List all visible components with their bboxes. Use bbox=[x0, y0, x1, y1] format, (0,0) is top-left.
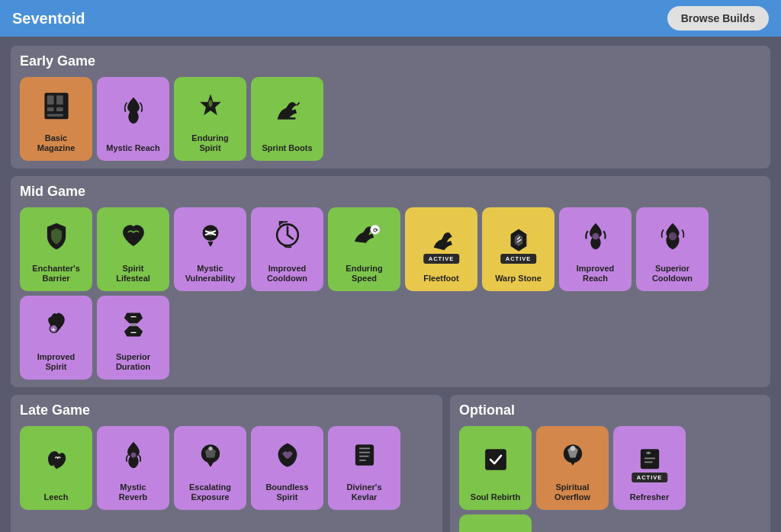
item-mystic-reverb[interactable]: MysticReverb bbox=[97, 426, 169, 510]
item-label-enduring-spirit: EnduringSpirit bbox=[188, 133, 231, 153]
warp-stone-active-badge: ACTIVE bbox=[500, 254, 537, 264]
item-diviners-kevlar[interactable]: Diviner'sKevlar bbox=[328, 426, 400, 510]
bottom-sections: Late Game Leech bbox=[11, 395, 770, 532]
svg-rect-25 bbox=[485, 450, 506, 471]
item-escalating-exposure[interactable]: EscalatingExposure bbox=[174, 426, 246, 510]
item-unstoppable[interactable]: ACTIVE Unstoppable bbox=[459, 514, 532, 532]
item-icon-enduring-spirit bbox=[175, 79, 245, 133]
svg-point-14 bbox=[592, 232, 599, 239]
browse-builds-button[interactable]: Browse Builds bbox=[667, 6, 769, 30]
item-icon-sprint-boots bbox=[252, 79, 322, 143]
mid-game-row1: Enchanter'sBarrier SpiritLifesteal bbox=[20, 207, 761, 291]
svg-point-15 bbox=[668, 232, 676, 240]
svg-rect-4 bbox=[56, 107, 63, 111]
late-game-section: Late Game Leech bbox=[11, 395, 442, 532]
item-icon-basic-magazine bbox=[21, 79, 91, 133]
item-superior-duration[interactable]: Superior Duration bbox=[97, 296, 169, 380]
svg-rect-5 bbox=[47, 114, 63, 116]
item-fleetfoot[interactable]: ACTIVE Fleetfoot bbox=[405, 207, 477, 291]
early-game-title: Early Game bbox=[20, 53, 761, 69]
mid-game-title: Mid Game bbox=[20, 184, 761, 200]
early-game-section: Early Game BasicMagazine bbox=[11, 46, 770, 168]
item-label-mystic-reach: Mystic Reach bbox=[103, 143, 162, 153]
item-basic-magazine[interactable]: BasicMagazine bbox=[20, 77, 92, 161]
svg-rect-24 bbox=[355, 444, 373, 466]
svg-rect-2 bbox=[56, 95, 63, 104]
item-sprint-boots[interactable]: Sprint Boots bbox=[251, 77, 323, 161]
late-game-items: Leech MysticReverb bbox=[20, 426, 433, 510]
item-mystic-reach[interactable]: Mystic Reach bbox=[97, 77, 169, 161]
item-enduring-spirit[interactable]: EnduringSpirit bbox=[174, 77, 246, 161]
svg-point-23 bbox=[208, 447, 212, 450]
item-label-sprint-boots: Sprint Boots bbox=[259, 143, 316, 153]
mid-game-row2: + ImprovedSpirit Superior Duration bbox=[20, 296, 761, 380]
item-label-basic-magazine: BasicMagazine bbox=[34, 133, 79, 153]
item-improved-spirit[interactable]: + ImprovedSpirit bbox=[20, 296, 92, 380]
item-refresher[interactable]: ACTIVE Refresher bbox=[613, 426, 686, 510]
item-mystic-vulnerability[interactable]: MysticVulnerability bbox=[174, 207, 246, 291]
early-game-items: BasicMagazine Mystic Reach bbox=[20, 77, 761, 161]
item-enduring-speed[interactable]: ⟳ EnduringSpeed bbox=[328, 207, 400, 291]
late-game-title: Late Game bbox=[20, 402, 433, 418]
svg-point-6 bbox=[129, 107, 137, 114]
optional-section: Optional Soul Rebirth bbox=[450, 395, 770, 532]
fleetfoot-active-badge: ACTIVE bbox=[423, 254, 460, 264]
item-boundless-spirit[interactable]: BoundlessSpirit bbox=[251, 426, 323, 510]
svg-rect-3 bbox=[47, 107, 53, 111]
optional-items: Soul Rebirth SpiritualOverflow bbox=[459, 426, 761, 532]
app-title: Seventoid bbox=[12, 10, 85, 27]
header: Seventoid Browse Builds bbox=[0, 0, 781, 37]
item-icon-mystic-reach bbox=[98, 79, 168, 143]
svg-text:+: + bbox=[51, 325, 55, 332]
main-content: Early Game BasicMagazine bbox=[0, 37, 781, 532]
item-superior-cooldown[interactable]: SuperiorCooldown bbox=[636, 207, 709, 291]
mid-game-section: Mid Game Enchanter'sBarrier bbox=[11, 176, 770, 387]
item-leech[interactable]: Leech bbox=[20, 426, 92, 510]
item-enchanters-barrier[interactable]: Enchanter'sBarrier bbox=[20, 207, 92, 291]
svg-rect-1 bbox=[47, 95, 53, 104]
svg-point-8 bbox=[207, 230, 213, 236]
svg-text:⟳: ⟳ bbox=[373, 227, 378, 234]
svg-point-21 bbox=[130, 452, 136, 457]
item-improved-cooldown[interactable]: ImprovedCooldown bbox=[251, 207, 323, 291]
item-spiritual-overflow[interactable]: SpiritualOverflow bbox=[536, 426, 609, 510]
svg-rect-18 bbox=[130, 323, 136, 325]
refresher-active-badge: ACTIVE bbox=[632, 473, 668, 482]
item-spirit-lifesteal[interactable]: SpiritLifesteal bbox=[97, 207, 169, 291]
svg-point-27 bbox=[570, 446, 575, 451]
optional-title: Optional bbox=[459, 402, 761, 418]
item-soul-rebirth[interactable]: Soul Rebirth bbox=[459, 426, 532, 510]
item-improved-reach[interactable]: ImprovedReach bbox=[559, 207, 632, 291]
item-warp-stone[interactable]: ACTIVE Warp Stone bbox=[482, 207, 554, 291]
